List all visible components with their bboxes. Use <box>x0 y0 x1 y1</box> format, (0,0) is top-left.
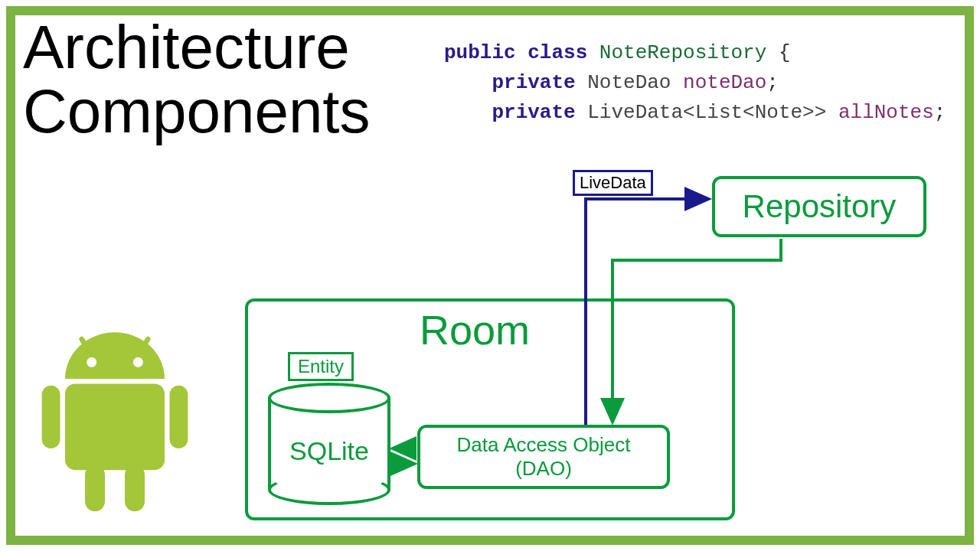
title-line1: Architecture <box>23 13 350 81</box>
android-icon <box>31 329 199 528</box>
svg-rect-7 <box>85 465 105 512</box>
kw-private2: private <box>492 101 575 124</box>
svg-point-3 <box>133 357 143 367</box>
semi2: ; <box>934 101 946 124</box>
code-snippet: public class NoteRepository { private No… <box>444 38 946 128</box>
type-notedao: NoteDao <box>587 71 671 94</box>
dao-line1: Data Access Object <box>457 433 631 456</box>
repository-box: Repository <box>712 176 926 237</box>
main-title: Architecture Components <box>23 15 371 144</box>
sqlite-cylinder: SQLite <box>268 383 390 505</box>
svg-rect-6 <box>170 386 188 448</box>
semi1: ; <box>766 71 779 94</box>
room-label: Room <box>248 306 701 354</box>
brace-open: { <box>779 41 791 64</box>
svg-rect-8 <box>125 465 145 512</box>
kw-class: class <box>528 41 587 64</box>
field-allnotes: allNotes <box>838 101 934 124</box>
field-notedao: noteDao <box>683 71 766 94</box>
class-name: NoteRepository <box>599 41 766 64</box>
kw-private1: private <box>492 71 575 94</box>
livedata-label: LiveData <box>573 170 653 196</box>
type-livedata: LiveData<List<Note>> <box>587 101 826 124</box>
kw-public: public <box>444 41 516 64</box>
repository-label: Repository <box>743 188 897 225</box>
sqlite-label: SQLite <box>268 436 390 466</box>
svg-rect-5 <box>42 386 60 448</box>
entity-label: Entity <box>288 352 354 381</box>
svg-point-2 <box>87 357 96 367</box>
dao-box: Data Access Object (DAO) <box>417 425 670 489</box>
title-line2: Components <box>23 77 371 145</box>
dao-line2: (DAO) <box>515 457 572 480</box>
svg-rect-4 <box>65 384 165 471</box>
architecture-diagram: Room Repository LiveData Entity SQLite D… <box>230 168 949 528</box>
